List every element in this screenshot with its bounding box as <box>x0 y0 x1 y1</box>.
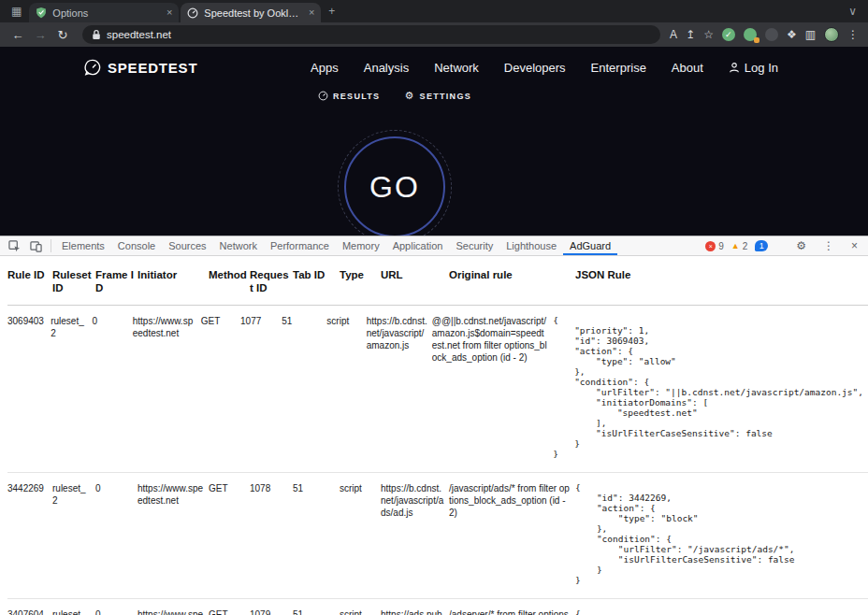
header-request-id: Request ID <box>250 269 293 295</box>
share-icon[interactable]: ↥ <box>686 29 695 40</box>
devtools-tab-adguard[interactable]: AdGuard <box>563 236 617 255</box>
cell-frame-id: 0 <box>95 608 137 615</box>
back-button[interactable]: ← <box>7 28 28 42</box>
warning-count: 2 <box>743 241 748 251</box>
settings-link[interactable]: ⚙ SETTINGS <box>404 90 471 102</box>
cell-ruleset-id: ruleset_2 <box>52 608 95 615</box>
cell-request-id: 1077 <box>240 315 282 459</box>
tab-list-chevron-icon[interactable]: ∨ <box>841 5 864 18</box>
devtools-tab-security[interactable]: Security <box>449 236 499 255</box>
extensions-puzzle-icon[interactable]: ❖ <box>787 29 797 40</box>
privacy-extension-icon[interactable] <box>744 28 757 41</box>
cell-type: script <box>340 482 381 585</box>
browser-tab-speedtest[interactable]: Speedtest by Ookla - The Glo... × <box>181 3 321 22</box>
devtools-settings-icon[interactable]: ⚙ <box>791 239 811 252</box>
devtools-tab-elements[interactable]: Elements <box>55 236 111 255</box>
header-tab-id: Tab ID <box>293 269 340 295</box>
devtools-menu-kebab-icon[interactable]: ⋮ <box>818 239 839 252</box>
login-link[interactable]: Log In <box>729 61 778 75</box>
device-toolbar-icon[interactable] <box>25 236 47 255</box>
table-header-row: Rule ID Ruleset ID Frame ID Initiator Me… <box>7 256 868 306</box>
nav-analysis[interactable]: Analysis <box>364 61 409 75</box>
cell-url: https://b.cdnst.net/javascript/amazon.js <box>367 315 432 459</box>
table-row[interactable]: 3069403 ruleset_2 0 https://www.speedtes… <box>7 306 868 473</box>
devtools-tab-network[interactable]: Network <box>213 236 264 255</box>
cell-url: https://ads.pubmatic.com/AdServer/js/pwt… <box>381 608 449 615</box>
profile-avatar[interactable] <box>824 27 839 42</box>
table-row[interactable]: 3407604 ruleset_2 0 https://www.speedtes… <box>7 599 868 615</box>
devtools-tab-lighthouse[interactable]: Lighthouse <box>499 236 563 255</box>
browser-menu-kebab-icon[interactable]: ⋮ <box>847 29 859 40</box>
browser-tab-strip: ▦ Options × Speedtest by Ookla - The Glo… <box>0 0 868 22</box>
forward-button[interactable]: → <box>30 28 51 42</box>
speedtest-logo[interactable]: SPEEDTEST <box>84 59 197 76</box>
devtools-tab-sources[interactable]: Sources <box>162 236 212 255</box>
cell-type: script <box>340 608 381 615</box>
translate-icon[interactable]: A <box>670 29 677 40</box>
error-icon: × <box>705 241 716 251</box>
cell-frame-id: 0 <box>95 482 137 585</box>
close-tab-icon[interactable]: × <box>166 7 172 18</box>
results-label: RESULTS <box>333 92 380 101</box>
adguard-rules-table: Rule ID Ruleset ID Frame ID Initiator Me… <box>0 256 868 615</box>
reload-button[interactable]: ↻ <box>52 28 73 42</box>
warning-icon: ▲ <box>731 241 740 250</box>
go-button[interactable]: GO <box>344 136 445 236</box>
devtools-tab-memory[interactable]: Memory <box>336 236 386 255</box>
devtools-tab-application[interactable]: Application <box>386 236 450 255</box>
bookmark-star-icon[interactable]: ☆ <box>703 29 714 40</box>
screen: ▦ Options × Speedtest by Ookla - The Glo… <box>0 0 868 615</box>
cell-ruleset-id: ruleset_2 <box>52 482 95 585</box>
devtools-tab-performance[interactable]: Performance <box>264 236 336 255</box>
cell-rule-id: 3069403 <box>7 315 51 459</box>
table-row[interactable]: 3442269 ruleset_2 0 https://www.speedtes… <box>7 473 868 599</box>
cell-method: GET <box>209 482 250 585</box>
browser-tab-options[interactable]: Options × <box>29 3 179 22</box>
adblock-extension-icon[interactable] <box>765 28 778 41</box>
cell-initiator: https://www.speedtest.net <box>133 315 201 459</box>
address-bar[interactable]: speedtest.net <box>82 25 660 44</box>
cell-request-id: 1079 <box>250 608 293 615</box>
header-frame-id: Frame ID <box>95 269 137 295</box>
cell-method: GET <box>201 315 240 459</box>
nav-network[interactable]: Network <box>434 61 479 75</box>
nav-apps[interactable]: Apps <box>311 61 339 75</box>
cell-url: https://b.cdnst.net/javascript/ads/ad.js <box>381 482 449 585</box>
adguard-extension-icon[interactable]: ✓ <box>722 28 735 41</box>
tab-search-icon[interactable]: ▦ <box>4 5 29 18</box>
nav-enterprise[interactable]: Enterprise <box>591 61 646 75</box>
new-tab-button[interactable]: + <box>321 5 342 18</box>
issues-badge[interactable]: 1 <box>755 240 768 251</box>
nav-about[interactable]: About <box>672 61 703 75</box>
inspect-element-icon[interactable] <box>4 236 25 255</box>
site-nav: Apps Analysis Network Developers Enterpr… <box>311 61 778 75</box>
devtools-close-icon[interactable]: × <box>846 239 862 252</box>
devtools-toolbar-right: × 9 ▲ 2 1 ⚙ ⋮ × <box>705 236 868 255</box>
toolbar-icons: A ↥ ☆ ✓ ❖ ▥ ⋮ <box>670 27 861 42</box>
error-count-badge[interactable]: × 9 <box>705 241 724 251</box>
header-rule-id: Rule ID <box>7 269 52 295</box>
side-panel-icon[interactable]: ▥ <box>805 29 816 40</box>
cell-initiator: https://www.speedtest.net <box>137 608 209 615</box>
warning-count-badge[interactable]: ▲ 2 <box>731 241 747 251</box>
devtools-tab-console[interactable]: Console <box>111 236 162 255</box>
cell-json-rule: { "id": 3442269, "action": { "type": "bl… <box>575 482 863 585</box>
cell-ruleset-id: ruleset_2 <box>51 315 92 459</box>
cell-initiator: https://www.speedtest.net <box>137 482 209 585</box>
close-tab-icon[interactable]: × <box>309 7 314 18</box>
extension-badge <box>754 37 760 43</box>
speedtest-page: SPEEDTEST Apps Analysis Network Develope… <box>0 47 868 236</box>
header-url: URL <box>381 269 449 295</box>
adguard-favicon-icon <box>36 7 47 19</box>
cell-original-rule: /adserver/* from filter options_block_ad… <box>449 608 575 615</box>
tab-title: Options <box>52 7 161 19</box>
speedtest-favicon-icon <box>187 7 198 19</box>
header-initiator: Initiator <box>137 269 209 295</box>
nav-developers[interactable]: Developers <box>504 61 566 75</box>
cell-json-rule: { "priority": 1, "id": 3069403, "action"… <box>553 315 863 459</box>
site-subnav: RESULTS ⚙ SETTINGS <box>318 90 471 102</box>
cell-frame-id: 0 <box>92 315 132 459</box>
browser-toolbar: ← → ↻ speedtest.net A ↥ ☆ ✓ ❖ ▥ ⋮ <box>0 22 868 47</box>
results-link[interactable]: RESULTS <box>318 90 380 102</box>
speedtest-logo-icon <box>84 59 101 76</box>
